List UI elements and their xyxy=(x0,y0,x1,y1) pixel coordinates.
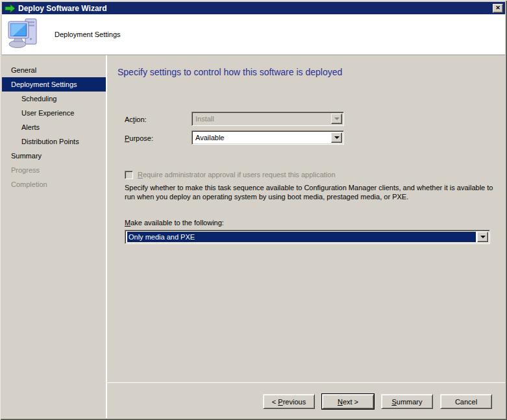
action-dropdown: Install xyxy=(192,112,344,126)
wizard-header: Deployment Settings xyxy=(2,14,505,55)
sidebar-item-completion: Completion xyxy=(2,177,106,191)
purpose-label: Purpose: xyxy=(125,134,153,143)
chevron-down-icon xyxy=(334,117,340,120)
close-icon: ✕ xyxy=(495,5,501,11)
make-available-label: Make available to the following: xyxy=(125,219,224,227)
content-pane: Specify settings to control how this sof… xyxy=(107,55,505,418)
green-arrow-icon xyxy=(5,3,16,14)
deploy-software-wizard-window: Deploy Software Wizard ✕ Deployment Sett… xyxy=(0,0,507,420)
sidebar-item-scheduling[interactable]: Scheduling xyxy=(2,92,106,106)
next-button[interactable]: Next > xyxy=(322,394,374,409)
approval-checkbox-label: Require administrator approval if users … xyxy=(138,171,336,179)
sidebar-item-alerts[interactable]: Alerts xyxy=(2,120,106,134)
header-title: Deployment Settings xyxy=(55,31,121,38)
computer-icon xyxy=(8,18,40,51)
window-title: Deploy Software Wizard xyxy=(18,4,493,13)
purpose-value: Available xyxy=(194,132,330,143)
wizard-nav-sidebar: General Deployment Settings Scheduling U… xyxy=(2,55,106,418)
purpose-dropdown-button[interactable] xyxy=(331,132,342,143)
sidebar-item-distribution-points[interactable]: Distribution Points xyxy=(2,134,106,149)
chevron-down-icon xyxy=(334,136,340,139)
make-available-value: Only media and PXE xyxy=(127,232,476,242)
purpose-dropdown[interactable]: Available xyxy=(192,130,344,145)
action-label: Action: xyxy=(125,115,147,124)
sidebar-item-progress: Progress xyxy=(2,163,106,177)
sidebar-item-user-experience[interactable]: User Experience xyxy=(2,106,106,120)
approval-checkbox xyxy=(125,171,133,179)
page-title: Specify settings to control how this sof… xyxy=(117,67,342,77)
close-button[interactable]: ✕ xyxy=(493,4,503,13)
title-bar[interactable]: Deploy Software Wizard ✕ xyxy=(2,2,505,14)
summary-button[interactable]: Summary xyxy=(381,394,433,409)
sidebar-item-summary[interactable]: Summary xyxy=(2,149,106,163)
make-available-dropdown-button[interactable] xyxy=(477,232,488,242)
sidebar-item-general[interactable]: General xyxy=(2,63,106,77)
make-available-dropdown[interactable]: Only media and PXE xyxy=(125,230,490,244)
footer-divider xyxy=(107,382,505,383)
chevron-down-icon xyxy=(480,236,486,238)
cancel-button[interactable]: Cancel xyxy=(440,394,492,409)
action-dropdown-button xyxy=(331,114,342,124)
button-row: < Previous Next > Summary Cancel xyxy=(263,394,492,409)
action-value: Install xyxy=(194,114,330,124)
description-text: Specify whether to make this task sequen… xyxy=(125,183,501,201)
previous-button[interactable]: < Previous xyxy=(263,394,315,409)
sidebar-item-deployment-settings[interactable]: Deployment Settings xyxy=(2,77,106,92)
